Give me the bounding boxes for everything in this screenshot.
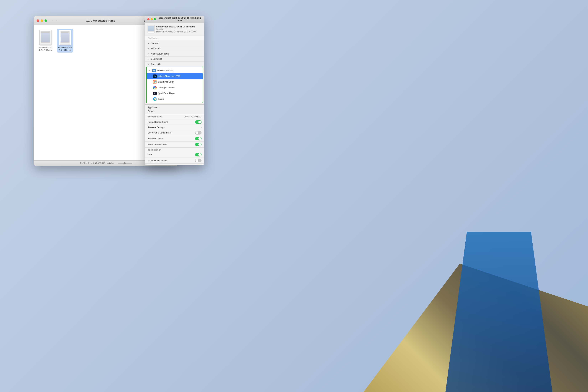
app-name: Google Chrome (160, 86, 174, 89)
record-stereo-toggle[interactable] (195, 120, 202, 124)
scan-qr-label: Scan QR Codes (148, 138, 163, 140)
file-name: Screenshot 2023-0…8.59.png (58, 46, 72, 52)
chrome-app-icon (153, 86, 156, 90)
toggle-knob (198, 165, 201, 165)
app-item-colorsync[interactable]: ColorSync Utility (147, 79, 202, 85)
photoshop-app-icon: Ps (153, 74, 156, 78)
grid-row: Grid (145, 152, 204, 158)
open-with-header[interactable]: ▼ Open with: (145, 62, 204, 67)
chevron-right-icon: › (201, 126, 202, 129)
app-store-link[interactable]: App Store… (148, 106, 202, 109)
open-with-content: ✓ Preview (default) Ps Adobe Photosh (146, 67, 203, 103)
scan-qr-row: Scan QR Codes (145, 136, 204, 142)
svg-point-2 (154, 71, 154, 72)
preserve-settings-label: Preserve Settings (148, 126, 165, 129)
svg-point-5 (155, 81, 156, 82)
info-file-size: 300 KB (156, 28, 202, 30)
show-detected-toggle[interactable] (195, 143, 202, 146)
app-item-photoshop[interactable]: Ps Adobe Photoshop 2022 (147, 74, 202, 79)
record-stereo-label: Record Stereo Sound (148, 121, 168, 123)
record-slo-mo-label: Record Slo-mo (148, 116, 162, 118)
view-outside-row: View Outside the Frame (145, 164, 204, 165)
svg-rect-1 (153, 70, 155, 71)
file-thumbnail (59, 30, 71, 45)
file-meta: Screenshot 2023-02-09 at 10.48.59.png 30… (156, 25, 202, 33)
show-detected-row: Show Detected Test (145, 142, 204, 148)
toggle-knob (198, 153, 201, 156)
record-slo-mo-value: 1080p at 240 fps › (184, 116, 202, 118)
chevron-right-icon: ▶ (148, 53, 150, 55)
traffic-lights (37, 20, 47, 22)
zoom-thumb (124, 162, 126, 164)
record-stereo-row: Record Stereo Sound (145, 119, 204, 125)
grid-toggle[interactable] (195, 153, 202, 156)
use-volume-row: Use Volume Up for Burst (145, 130, 204, 136)
preview-app-icon (152, 69, 156, 72)
open-with-section: ▼ Open with: ✓ Preview (default) (145, 62, 204, 104)
file-thumbnail (40, 30, 52, 45)
file-item[interactable]: Screenshot 2023-0…8.59.png (57, 29, 73, 52)
view-outside-toggle[interactable] (195, 165, 202, 165)
forward-button[interactable]: › (55, 19, 59, 23)
info-panel: Screenshot 2023-02-09 at 10.48.59.png In… (145, 16, 204, 165)
section-comments[interactable]: ▶ Comments: (145, 56, 204, 62)
info-panel-title: Screenshot 2023-02-09 at 10.48.59.png In… (157, 16, 202, 22)
back-button[interactable]: ‹ (50, 19, 54, 23)
open-with-label: Open with: (151, 63, 161, 66)
section-general[interactable]: ▶ General: (145, 41, 204, 46)
info-titlebar: Screenshot 2023-02-09 at 10.48.59.png In… (145, 16, 204, 23)
checkmark-icon: ✓ (149, 69, 150, 72)
app-item-chrome[interactable]: Google Chrome (147, 85, 202, 90)
toggle-knob (196, 131, 198, 134)
preserve-settings-row[interactable]: Preserve Settings › (145, 125, 204, 130)
info-close-button[interactable] (147, 18, 150, 20)
tags-input[interactable]: Add Tags… (148, 37, 202, 40)
info-file-name: Screenshot 2023-02-09 at 10.48.59.png (156, 25, 202, 28)
app-name: Adobe Photoshop 2022 (158, 75, 180, 78)
section-more-info[interactable]: ▶ More Info: (145, 46, 204, 51)
section-label: General: (151, 42, 159, 45)
section-label: Comments: (151, 58, 162, 60)
chevron-right-icon: › (201, 116, 202, 118)
other-link[interactable]: Other… (148, 110, 202, 113)
mirror-toggle[interactable] (195, 159, 202, 162)
finder-title: 10. View outside frame (60, 19, 141, 22)
grid-label: Grid (148, 154, 152, 156)
chevron-right-icon: ▶ (148, 48, 150, 50)
app-item-preview[interactable]: ✓ Preview (default) (147, 68, 202, 74)
chevron-right-icon: ▶ (148, 42, 150, 44)
show-detected-label: Show Detected Test (148, 143, 167, 146)
bg-decoration2 (446, 232, 552, 392)
record-slo-mo-row: Record Slo-mo 1080p at 240 fps › (145, 114, 204, 119)
tags-field[interactable]: Add Tags… (145, 36, 204, 41)
app-name: Preview (default) (157, 69, 173, 72)
toggle-knob (198, 137, 201, 140)
minimize-button[interactable] (41, 20, 43, 22)
toggle-knob (198, 143, 201, 146)
open-with-actions: App Store… Other… (145, 104, 204, 114)
use-volume-toggle[interactable] (195, 131, 202, 134)
close-button[interactable] (37, 20, 39, 22)
maximize-button[interactable] (44, 20, 47, 22)
section-label: Name & Extension: (151, 52, 169, 55)
chevron-down-icon: ▼ (148, 63, 150, 65)
info-traffic-lights (147, 18, 156, 20)
info-maximize-button[interactable] (154, 18, 156, 20)
status-text: 1 of 2 selected, 426.75 GB available (80, 162, 114, 164)
use-volume-label: Use Volume Up for Burst (148, 132, 171, 134)
info-file-header: Screenshot 2023-02-09 at 10.48.59.png 30… (145, 23, 204, 36)
chevron-right-icon: ▶ (148, 58, 150, 60)
info-minimize-button[interactable] (150, 18, 153, 20)
zoom-slider[interactable] (118, 163, 132, 164)
app-name: QuickTime Player (158, 92, 175, 94)
section-name-extension[interactable]: ▶ Name & Extension: (145, 51, 204, 56)
finder-nav-buttons: ‹ › (50, 19, 59, 23)
file-icon (148, 25, 154, 33)
quicktime-app-icon (153, 92, 156, 95)
info-file-modified: Modified: Thursday, 9 February 2023 at 0… (156, 31, 202, 33)
scan-qr-toggle[interactable] (195, 137, 202, 140)
app-item-quicktime[interactable]: QuickTime Player (147, 90, 202, 96)
file-item[interactable]: Screenshot 2023-0…8.56.png (38, 29, 54, 52)
safari-app-icon: 🧭 (153, 97, 156, 101)
app-item-safari[interactable]: 🧭 Safari (147, 96, 202, 102)
